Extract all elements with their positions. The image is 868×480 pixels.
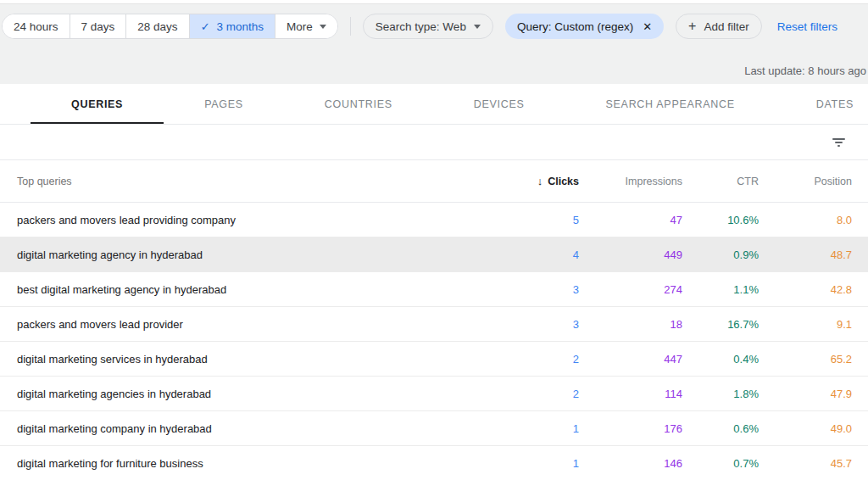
- query-cell: digital marketing agencies in hyderabad: [17, 388, 477, 400]
- column-header-label: CTR: [737, 176, 759, 187]
- query-cell: packers and movers lead providing compan…: [17, 214, 477, 226]
- impressions-cell: 47: [579, 214, 682, 226]
- date-range-28-days[interactable]: 28 days: [125, 14, 188, 38]
- toolbar-divider: [350, 17, 351, 36]
- clicks-cell: 2: [477, 353, 579, 366]
- table-filter-icon[interactable]: [829, 135, 849, 150]
- close-icon[interactable]: ✕: [643, 20, 652, 33]
- tab-search-appearance[interactable]: SEARCH APPEARANCE: [565, 84, 776, 124]
- sort-arrow-down-icon: ↓: [537, 175, 543, 187]
- position-cell: 65.2: [759, 353, 852, 366]
- impressions-cell: 274: [579, 283, 682, 296]
- query-cell: digital marketing services in hyderabad: [17, 353, 477, 366]
- dimension-tabs: QUERIESPAGESCOUNTRIESDEVICESSEARCH APPEA…: [0, 84, 868, 125]
- query-cell: digital marketing for furniture business: [17, 457, 477, 470]
- clicks-cell: 5: [477, 214, 579, 226]
- clicks-cell: 1: [477, 422, 579, 435]
- table-row[interactable]: packers and movers lead provider31816.7%…: [0, 307, 868, 342]
- impressions-cell: 176: [579, 422, 682, 435]
- ctr-cell: 1.1%: [682, 283, 759, 296]
- query-cell: best digital marketing agency in hyderab…: [17, 283, 477, 296]
- row-header-label: Top queries: [17, 176, 477, 187]
- clicks-cell: 4: [477, 248, 579, 261]
- ctr-cell: 0.4%: [682, 353, 759, 366]
- column-header-label: Impressions: [626, 176, 682, 187]
- table-row[interactable]: digital marketing company in hyderabad11…: [0, 411, 868, 446]
- clicks-cell: 3: [477, 318, 579, 331]
- query-filter-chip[interactable]: Query: Custom (regex) ✕: [505, 14, 664, 39]
- search-type-chip[interactable]: Search type: Web: [363, 14, 493, 39]
- table-row[interactable]: digital marketing agency in hyderabad444…: [0, 237, 868, 272]
- query-cell: digital marketing agency in hyderabad: [17, 248, 477, 261]
- ctr-cell: 10.6%: [682, 214, 759, 226]
- date-range-3-months[interactable]: ✓3 months: [189, 14, 275, 38]
- add-filter-button[interactable]: + Add filter: [676, 14, 762, 39]
- date-range-label: More: [287, 20, 313, 33]
- tab-dates[interactable]: DATES: [776, 84, 868, 124]
- add-filter-label: Add filter: [704, 20, 748, 33]
- table-row[interactable]: digital marketing for furniture business…: [0, 446, 868, 480]
- table-body: packers and movers lead providing compan…: [0, 203, 868, 480]
- date-range-label: 3 months: [217, 20, 264, 33]
- table-toolbar: [0, 125, 868, 160]
- position-cell: 8.0: [759, 214, 852, 226]
- search-console-performance-page: 24 hours7 days28 days✓3 monthsMore Searc…: [0, 0, 868, 480]
- date-range-24-hours[interactable]: 24 hours: [3, 14, 70, 38]
- date-range-label: 28 days: [137, 20, 177, 33]
- filter-toolbar: 24 hours7 days28 days✓3 monthsMore Searc…: [0, 4, 868, 39]
- date-range-group: 24 hours7 days28 days✓3 monthsMore: [2, 14, 338, 39]
- chevron-down-icon: [474, 25, 481, 29]
- position-cell: 9.1: [759, 318, 852, 331]
- table-row[interactable]: packers and movers lead providing compan…: [0, 203, 868, 237]
- tab-queries[interactable]: QUERIES: [31, 84, 164, 124]
- position-cell: 49.0: [759, 422, 852, 435]
- plus-icon: +: [688, 19, 696, 34]
- impressions-cell: 114: [579, 388, 682, 400]
- date-range-label: 7 days: [81, 20, 115, 33]
- impressions-cell: 18: [579, 318, 682, 331]
- column-header-label: Position: [815, 176, 852, 187]
- date-range-7-days[interactable]: 7 days: [70, 14, 126, 38]
- ctr-cell: 0.7%: [682, 457, 759, 470]
- checkmark-icon: ✓: [201, 20, 210, 33]
- position-cell: 42.8: [759, 283, 852, 296]
- position-cell: 45.7: [759, 457, 852, 470]
- table-row[interactable]: best digital marketing agency in hyderab…: [0, 272, 868, 307]
- ctr-cell: 1.8%: [682, 388, 759, 400]
- position-cell: 48.7: [759, 248, 852, 261]
- tab-countries[interactable]: COUNTRIES: [284, 84, 433, 124]
- tab-pages[interactable]: PAGES: [164, 84, 284, 124]
- query-cell: packers and movers lead provider: [17, 318, 477, 331]
- column-header-position[interactable]: Position: [759, 176, 852, 187]
- impressions-cell: 447: [579, 353, 682, 366]
- clicks-cell: 2: [477, 388, 579, 400]
- last-update-text: Last update: 8 hours ago: [744, 64, 866, 77]
- tab-devices[interactable]: DEVICES: [433, 84, 565, 124]
- column-header-clicks[interactable]: ↓Clicks: [477, 175, 579, 187]
- clicks-cell: 3: [477, 283, 579, 296]
- impressions-cell: 449: [579, 248, 682, 261]
- ctr-cell: 0.6%: [682, 422, 759, 435]
- date-range-label: 24 hours: [14, 20, 58, 33]
- date-range-more[interactable]: More: [275, 14, 337, 38]
- table-header-row: Top queries ↓ClicksImpressionsCTRPositio…: [0, 160, 868, 203]
- filter-header: 24 hours7 days28 days✓3 monthsMore Searc…: [0, 4, 868, 84]
- table-row[interactable]: digital marketing agencies in hyderabad2…: [0, 377, 868, 411]
- ctr-cell: 0.9%: [682, 248, 759, 261]
- chevron-down-icon: [320, 25, 326, 29]
- table-row[interactable]: digital marketing services in hyderabad2…: [0, 342, 868, 377]
- impressions-cell: 146: [579, 457, 682, 470]
- ctr-cell: 16.7%: [682, 318, 759, 331]
- search-type-label: Search type: Web: [376, 20, 466, 33]
- query-filter-label: Query: Custom (regex): [517, 20, 633, 33]
- clicks-cell: 1: [477, 457, 579, 470]
- query-cell: digital marketing company in hyderabad: [17, 422, 477, 435]
- column-header-impressions[interactable]: Impressions: [579, 176, 682, 187]
- reset-filters-link[interactable]: Reset filters: [777, 20, 837, 33]
- position-cell: 47.9: [759, 388, 852, 400]
- column-header-label: Clicks: [548, 176, 579, 187]
- column-header-ctr[interactable]: CTR: [682, 176, 759, 187]
